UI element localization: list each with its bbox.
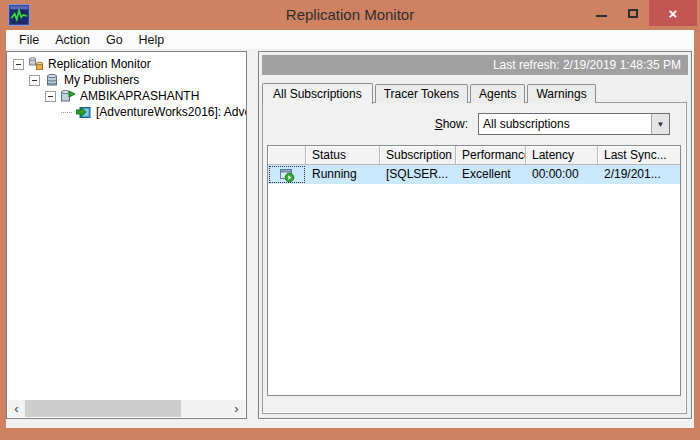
scrollbar-thumb[interactable] — [25, 400, 181, 417]
all-subscriptions-page: Show: All subscriptions ▼ Status Subscri… — [262, 102, 687, 414]
tab-all-subscriptions[interactable]: All Subscriptions — [262, 83, 373, 104]
column-header-performance[interactable]: Performance — [456, 146, 526, 165]
minimize-button[interactable] — [585, 0, 617, 26]
tree-node-label: [AdventureWorks2016]: Adve — [96, 105, 246, 119]
replication-monitor-icon — [28, 56, 44, 72]
subscriptions-table: Status Subscription Performance Latency … — [267, 145, 681, 396]
cell-status[interactable]: Running — [306, 165, 380, 184]
publishers-folder-icon — [44, 72, 60, 88]
tree-panel: Replication Monitor My Publishers — [6, 51, 247, 419]
tree-horizontal-scrollbar[interactable]: ‹ › — [8, 400, 245, 417]
tree-node-label: Replication Monitor — [48, 57, 151, 71]
show-dropdown[interactable]: All subscriptions ▼ — [478, 113, 670, 135]
column-header-last-sync[interactable]: Last Sync... — [598, 146, 680, 165]
scroll-right-icon: › — [234, 401, 238, 416]
chevron-down-icon: ▼ — [657, 120, 665, 129]
publisher-server-icon — [60, 88, 76, 104]
dropdown-button[interactable]: ▼ — [651, 114, 669, 134]
cell-latency[interactable]: 00:00:00 — [526, 165, 598, 184]
cell-subscription[interactable]: [SQLSER... — [380, 165, 456, 184]
column-header-latency[interactable]: Latency — [526, 146, 598, 165]
tree-node-label: My Publishers — [64, 73, 139, 87]
tree-node-label: AMBIKAPRASHANTH — [80, 89, 199, 103]
menu-action[interactable]: Action — [47, 31, 98, 49]
show-dropdown-value: All subscriptions — [479, 117, 651, 131]
window-controls: × — [585, 0, 697, 26]
tree-node-publication[interactable]: [AdventureWorks2016]: Adve — [7, 104, 246, 120]
collapse-icon[interactable] — [45, 91, 56, 102]
tab-warnings[interactable]: Warnings — [527, 84, 595, 103]
publication-icon — [76, 104, 92, 120]
last-refresh-text: Last refresh: 2/19/2019 1:48:35 PM — [493, 58, 681, 72]
show-label: Show: — [435, 117, 468, 131]
tree-node-replication-monitor[interactable]: Replication Monitor — [7, 56, 246, 72]
content-area: Replication Monitor My Publishers — [6, 49, 694, 428]
close-icon: × — [669, 5, 678, 22]
close-button[interactable]: × — [649, 0, 697, 26]
maximize-button[interactable] — [617, 0, 649, 26]
menu-go[interactable]: Go — [98, 31, 131, 49]
tab-tracer-tokens[interactable]: Tracer Tokens — [375, 84, 468, 103]
scroll-left-icon: ‹ — [14, 401, 18, 416]
scroll-left-button[interactable]: ‹ — [8, 400, 25, 417]
tab-agents[interactable]: Agents — [470, 84, 525, 103]
scroll-right-button[interactable]: › — [228, 400, 245, 417]
window-body: File Action Go Help Repl — [6, 30, 694, 428]
menu-file[interactable]: File — [11, 31, 47, 49]
detail-panel: Last refresh: 2/19/2019 1:48:35 PM All S… — [258, 51, 692, 419]
replication-monitor-window: Replication Monitor × File Action Go Hel… — [0, 0, 700, 440]
running-status-icon — [279, 167, 295, 183]
last-refresh-bar: Last refresh: 2/19/2019 1:48:35 PM — [262, 55, 688, 75]
row-status-icon-cell[interactable] — [268, 165, 306, 184]
cell-performance[interactable]: Excellent — [456, 165, 526, 184]
maximize-icon — [628, 9, 638, 18]
tree: Replication Monitor My Publishers — [7, 52, 246, 120]
minimize-icon — [596, 15, 607, 17]
titlebar: Replication Monitor × — [0, 0, 700, 30]
column-header-icon[interactable] — [268, 146, 306, 165]
collapse-icon[interactable] — [13, 59, 24, 70]
tree-node-publisher-server[interactable]: AMBIKAPRASHANTH — [7, 88, 246, 104]
table-row[interactable]: Running [SQLSER... Excellent 00:00:00 2/… — [268, 165, 680, 184]
column-header-status[interactable]: Status — [306, 146, 380, 165]
column-header-subscription[interactable]: Subscription — [380, 146, 456, 165]
table-header: Status Subscription Performance Latency … — [268, 146, 680, 165]
collapse-icon[interactable] — [29, 75, 40, 86]
tree-connector — [61, 112, 72, 113]
tabstrip: All Subscriptions Tracer Tokens Agents W… — [262, 82, 598, 103]
menu-help[interactable]: Help — [131, 31, 173, 49]
tree-node-my-publishers[interactable]: My Publishers — [7, 72, 246, 88]
menubar: File Action Go Help — [6, 30, 694, 49]
cell-last-sync[interactable]: 2/19/201... — [598, 165, 680, 184]
show-filter-row: Show: All subscriptions ▼ — [435, 113, 670, 135]
